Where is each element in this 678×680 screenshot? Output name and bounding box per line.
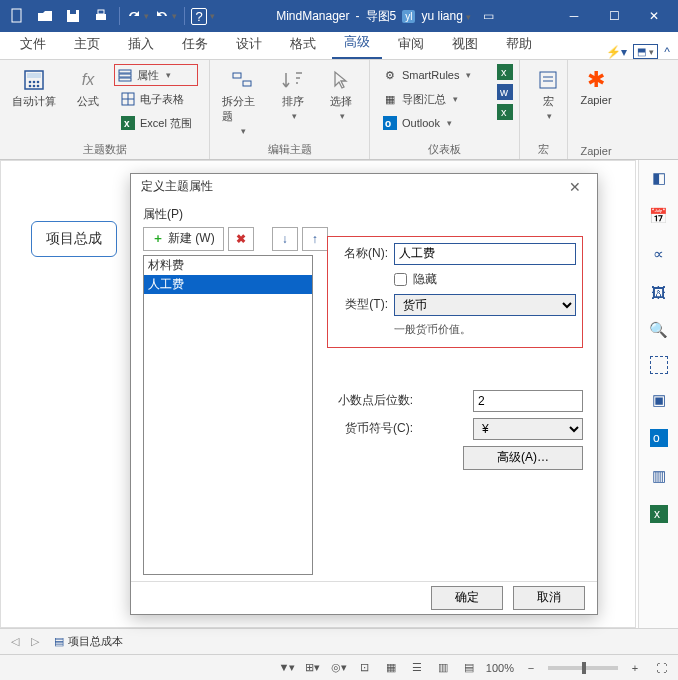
tab-review[interactable]: 审阅 <box>386 31 436 59</box>
tab-task[interactable]: 任务 <box>170 31 220 59</box>
zoom-in-icon[interactable]: + <box>626 662 644 674</box>
properties-icon <box>117 67 133 83</box>
minimize-icon[interactable]: ─ <box>554 1 594 31</box>
user-name[interactable]: yu liang <box>421 9 470 23</box>
arrow-down-icon: ↓ <box>282 232 288 246</box>
ribbon-options-icon[interactable]: ⬒ <box>633 44 658 59</box>
tab-home[interactable]: 主页 <box>62 31 112 59</box>
undo-icon[interactable] <box>125 3 151 29</box>
outlook-panel-icon[interactable]: o <box>647 426 671 450</box>
filter-icon[interactable]: ▼▾ <box>278 661 296 674</box>
redo-icon[interactable] <box>153 3 179 29</box>
title-text: MindManager - 导图5 yl yu liang ▭ <box>216 8 554 25</box>
sheet-tab[interactable]: ▤ 项目总成本 <box>48 632 129 651</box>
svg-rect-14 <box>119 74 131 77</box>
maximize-icon[interactable]: ☐ <box>594 1 634 31</box>
currency-select[interactable]: ¥ <box>473 418 583 440</box>
outlook-button[interactable]: oOutlook <box>376 112 489 134</box>
tab-view[interactable]: 视图 <box>440 31 490 59</box>
excel-range-button[interactable]: x Excel 范围 <box>114 112 198 134</box>
tab-file[interactable]: 文件 <box>8 31 58 59</box>
project-panel-icon[interactable]: ▥ <box>647 464 671 488</box>
split-topic-button[interactable]: 拆分主题 <box>216 64 267 140</box>
move-down-button[interactable]: ↓ <box>272 227 298 251</box>
view4-icon[interactable]: ▤ <box>460 661 478 674</box>
hidden-checkbox[interactable] <box>394 273 407 286</box>
svg-point-7 <box>29 81 32 84</box>
side-panel-strip: ◧ 📅 ∝ 🖼 🔍 ▣ o ▥ x <box>638 160 678 628</box>
ribbon-collapse-icon[interactable]: ^ <box>664 45 670 59</box>
parts-panel-icon[interactable]: ▣ <box>647 388 671 412</box>
focus-icon[interactable]: ◎▾ <box>330 661 348 674</box>
list-item[interactable]: 材料费 <box>144 256 312 275</box>
advanced-button[interactable]: 高级(A)… <box>463 446 583 470</box>
close-icon[interactable]: ✕ <box>634 1 674 31</box>
root-topic[interactable]: 项目总成 <box>31 221 117 257</box>
cancel-button[interactable]: 取消 <box>513 586 585 610</box>
tab-insert[interactable]: 插入 <box>116 31 166 59</box>
sort-button[interactable]: 排序 <box>271 64 315 125</box>
cursor-icon <box>329 68 353 92</box>
help-icon[interactable]: ? <box>190 3 216 29</box>
svg-point-11 <box>33 85 36 88</box>
zoom-slider[interactable] <box>548 666 618 670</box>
tab-advanced[interactable]: 高级 <box>332 29 382 59</box>
dialog-close-icon[interactable]: ✕ <box>563 175 587 199</box>
open-icon[interactable] <box>32 3 58 29</box>
hidden-label: 隐藏 <box>413 271 437 288</box>
svg-text:w: w <box>499 86 508 98</box>
zapier-button[interactable]: ✱Zapier <box>574 64 618 110</box>
new-property-button[interactable]: ＋ 新建 (W) <box>143 227 224 251</box>
zoom-out-icon[interactable]: − <box>522 662 540 674</box>
svg-rect-0 <box>12 9 21 22</box>
image-panel-icon[interactable]: 🖼 <box>647 280 671 304</box>
search-panel-icon[interactable]: 🔍 <box>647 318 671 342</box>
smartrules-button[interactable]: ⚙SmartRules <box>376 64 489 86</box>
move-up-button[interactable]: ↑ <box>302 227 328 251</box>
view3-icon[interactable]: ▥ <box>434 661 452 674</box>
new-doc-icon[interactable] <box>4 3 30 29</box>
formula-button[interactable]: fx 公式 <box>66 64 110 113</box>
fit-icon[interactable]: ⊡ <box>356 661 374 674</box>
task-panel-icon[interactable]: ◧ <box>647 166 671 190</box>
decimals-input[interactable] <box>473 390 583 412</box>
scroll-left-icon[interactable]: ◁ <box>8 635 22 648</box>
word-small-icon[interactable]: w <box>497 84 513 100</box>
boundary-panel-icon[interactable] <box>650 356 668 374</box>
save-icon[interactable] <box>60 3 86 29</box>
fullscreen-icon[interactable]: ⛶ <box>652 662 670 674</box>
zapier-icon: ✱ <box>584 68 608 92</box>
property-options-panel: 小数点后位数: 货币符号(C): ¥ 高级(A)… <box>327 390 583 470</box>
macro-button[interactable]: 宏 <box>526 64 570 125</box>
excel-small-icon[interactable]: x <box>497 64 513 80</box>
properties-button[interactable]: 属性 <box>114 64 198 86</box>
link-panel-icon[interactable]: ∝ <box>647 242 671 266</box>
delete-property-button[interactable]: ✖ <box>228 227 254 251</box>
list-item[interactable]: 人工费 <box>144 275 312 294</box>
spreadsheet-button[interactable]: 电子表格 <box>114 88 198 110</box>
map-summary-button[interactable]: ▦导图汇总 <box>376 88 489 110</box>
ok-button[interactable]: 确定 <box>431 586 503 610</box>
power-filter-icon[interactable]: ⚡▾ <box>606 45 627 59</box>
view2-icon[interactable]: ☰ <box>408 661 426 674</box>
tab-help[interactable]: 帮助 <box>494 31 544 59</box>
properties-listbox[interactable]: 材料费 人工费 <box>143 255 313 575</box>
view1-icon[interactable]: ▦ <box>382 661 400 674</box>
scroll-right-icon[interactable]: ▷ <box>28 635 42 648</box>
properties-list-label: 属性(P) <box>143 206 585 223</box>
svg-text:o: o <box>653 431 660 445</box>
name-input[interactable] <box>394 243 576 265</box>
excel-panel-icon[interactable]: x <box>647 502 671 526</box>
ribbon-group-edit-topic: 拆分主题 排序 选择 编辑主题 <box>210 60 370 159</box>
window-collapse-icon[interactable]: ▭ <box>483 9 494 23</box>
type-select[interactable]: 货币 <box>394 294 576 316</box>
excel-small2-icon[interactable]: x <box>497 104 513 120</box>
ribbon-group-topic-data: 自动计算 fx 公式 属性 电子表格 x Excel 范围 <box>0 60 210 159</box>
tab-design[interactable]: 设计 <box>224 31 274 59</box>
tab-format[interactable]: 格式 <box>278 31 328 59</box>
select-button[interactable]: 选择 <box>319 64 363 125</box>
expand-icon[interactable]: ⊞▾ <box>304 661 322 674</box>
calendar-panel-icon[interactable]: 📅 <box>647 204 671 228</box>
print-icon[interactable] <box>88 3 114 29</box>
autocalc-button[interactable]: 自动计算 <box>6 64 62 113</box>
